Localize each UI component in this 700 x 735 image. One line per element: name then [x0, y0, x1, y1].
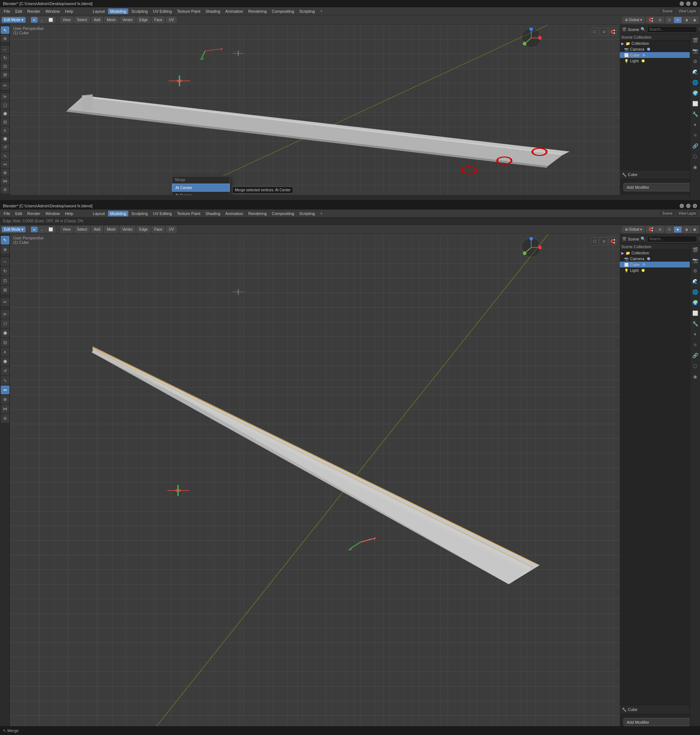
- camera-item-bot[interactable]: 📷 Camera 👁: [620, 256, 700, 262]
- collection-item-top[interactable]: ▶ 📁 Collection 👁: [620, 40, 700, 46]
- vertex-select[interactable]: ●: [31, 17, 38, 23]
- tab-sculpting-top[interactable]: Sculpting: [129, 8, 150, 14]
- vertex-menu-bot[interactable]: Vertex: [119, 226, 135, 232]
- tab-rendering-bot[interactable]: Rendering: [246, 211, 269, 216]
- tab-compositing-top[interactable]: Compositing: [270, 8, 296, 14]
- tool-cursor[interactable]: ⊕: [1, 35, 9, 42]
- scene-selector-top[interactable]: Scene: [660, 8, 675, 14]
- scene-selector-bot[interactable]: Scene: [660, 211, 675, 216]
- data-props-btn-bot[interactable]: ⬡: [690, 361, 700, 371]
- face-menu-bot[interactable]: Face: [151, 226, 165, 232]
- scene-props-btn-bot[interactable]: 🎬: [690, 245, 700, 255]
- tool-scale-bot[interactable]: ⊡: [1, 276, 9, 285]
- menu-edit[interactable]: Edit: [13, 8, 24, 14]
- snap-btn-bot[interactable]: 🧲: [609, 237, 617, 245]
- constraint-props-btn-top[interactable]: 🔗: [690, 141, 700, 151]
- data-props-btn-top[interactable]: ⬡: [690, 151, 700, 161]
- tool-loop-cut[interactable]: ⊟: [1, 118, 9, 126]
- wire-shade[interactable]: ⊡: [665, 17, 674, 23]
- material-shade-bot[interactable]: ◑: [682, 226, 690, 233]
- tab-rendering-top[interactable]: Rendering: [246, 8, 269, 14]
- viewlayer-selector-bot[interactable]: View Layer: [676, 211, 699, 216]
- constraint-props-btn-bot[interactable]: 🔗: [690, 350, 700, 360]
- magnet-btn-bot[interactable]: 🧲: [646, 226, 656, 232]
- tab-animation-bot[interactable]: Animation: [223, 211, 246, 216]
- tab-sculpting-bot[interactable]: Sculpting: [129, 211, 150, 216]
- outliner-search-bot[interactable]: [647, 236, 697, 242]
- viewlayer-selector-top[interactable]: View Layer: [676, 8, 699, 14]
- add-modifier-btn-top[interactable]: Add Modifier ▾: [624, 183, 696, 191]
- bottom-close-btn[interactable]: ✕: [693, 204, 697, 208]
- menu-window[interactable]: Window: [43, 8, 62, 14]
- overlay-btn[interactable]: ⬡: [591, 28, 599, 36]
- tool-move[interactable]: ↔: [1, 45, 9, 53]
- vertex-menu-top[interactable]: Vertex: [119, 17, 135, 23]
- tool-loop-cut-bot[interactable]: ⊟: [1, 338, 9, 347]
- tool-shrink[interactable]: ⊗: [1, 169, 9, 176]
- filter-icon-bot[interactable]: ▽: [699, 237, 700, 241]
- menu-file[interactable]: File: [1, 8, 12, 14]
- filter-icon-top[interactable]: ▽: [699, 27, 700, 31]
- bottom-3d-viewport[interactable]: User Perspective (1) Cube: [10, 234, 620, 730]
- cube-item-bot[interactable]: ⬜ Cube 👁: [620, 262, 700, 267]
- snap-btn[interactable]: 🧲: [609, 28, 617, 36]
- tab-add-top[interactable]: +: [318, 8, 325, 15]
- view-menu-bot[interactable]: View: [60, 226, 73, 232]
- bottom-maximize-btn[interactable]: □: [686, 204, 691, 208]
- outliner-search-top[interactable]: [647, 26, 697, 33]
- tab-modeling-top[interactable]: Modeling: [108, 8, 129, 14]
- tool-cursor-bot[interactable]: ⊕: [1, 245, 9, 254]
- tab-shading-top[interactable]: Shading: [203, 8, 222, 14]
- overlay-btn-bot[interactable]: ⬡: [591, 237, 599, 245]
- tool-annotate[interactable]: ✏: [1, 82, 9, 89]
- tab-layout-top[interactable]: Layout: [91, 8, 107, 14]
- add-menu-top[interactable]: Add: [91, 17, 103, 23]
- menu-render-bot[interactable]: Render: [25, 211, 43, 216]
- tool-smooth-bot[interactable]: ∿: [1, 376, 9, 385]
- tab-scripting-top[interactable]: Scripting: [297, 8, 317, 14]
- global-transform-bot[interactable]: ⊕ Global ▾: [622, 226, 644, 232]
- render-shade[interactable]: ◉: [691, 17, 699, 23]
- tool-annotate-bot[interactable]: ✏: [1, 298, 9, 307]
- tool-rip-bot[interactable]: ⊘: [1, 414, 9, 423]
- tool-edge-slide-bot[interactable]: ⇔: [1, 386, 9, 394]
- menu-edit-bot[interactable]: Edit: [13, 211, 24, 216]
- tab-layout-bot[interactable]: Layout: [91, 211, 107, 216]
- particle-props-btn-bot[interactable]: ✦: [690, 329, 700, 339]
- face-menu-top[interactable]: Face: [151, 17, 165, 23]
- add-menu-bot[interactable]: Add: [91, 226, 103, 232]
- tool-bevel[interactable]: ⬢: [1, 110, 9, 117]
- render-shade-bot[interactable]: ◉: [691, 226, 699, 233]
- tool-bevel-bot[interactable]: ⬢: [1, 329, 9, 337]
- tab-animation-top[interactable]: Animation: [223, 8, 246, 14]
- tab-add-bot[interactable]: +: [318, 210, 325, 217]
- material-props-btn-bot[interactable]: ◉: [690, 371, 700, 381]
- menu-render[interactable]: Render: [25, 8, 43, 14]
- tool-spin-bot[interactable]: ↺: [1, 367, 9, 376]
- physics-props-btn-top[interactable]: ⚛: [690, 130, 700, 140]
- tool-spin[interactable]: ↺: [1, 144, 9, 151]
- tool-poly-build[interactable]: ⬟: [1, 135, 9, 143]
- tool-shear-bot[interactable]: ⋈: [1, 405, 9, 413]
- tool-smooth[interactable]: ∿: [1, 152, 9, 160]
- tab-texture-top[interactable]: Texture Paint: [175, 8, 202, 14]
- tool-transform-bot[interactable]: ⊞: [1, 286, 9, 295]
- minimize-btn[interactable]: ─: [679, 1, 684, 6]
- tab-uv-top[interactable]: UV Editing: [151, 8, 174, 14]
- select-menu-bot[interactable]: Select: [74, 226, 90, 232]
- tool-inset[interactable]: ⬡: [1, 101, 9, 109]
- tool-extrude-bot[interactable]: ⊳: [1, 310, 9, 318]
- gizmo-btn[interactable]: ⊙: [600, 28, 608, 36]
- solid-shade-bot[interactable]: ●: [674, 226, 682, 233]
- world-props-btn-top[interactable]: 🌍: [690, 88, 700, 98]
- tool-shear[interactable]: ⋈: [1, 178, 9, 185]
- material-props-btn-top[interactable]: ◉: [690, 162, 700, 172]
- proportional-btn[interactable]: ⊙: [656, 17, 664, 23]
- output-props-btn-bot[interactable]: ⚙: [690, 266, 700, 276]
- tool-knife[interactable]: ∧: [1, 127, 9, 135]
- world-props-btn-bot[interactable]: 🌍: [690, 297, 700, 308]
- render-props-btn-bot[interactable]: 📷: [690, 255, 700, 265]
- global-transform[interactable]: ⊕ Global ▾: [622, 17, 644, 23]
- tool-move-bot[interactable]: ↔: [1, 257, 9, 266]
- uv-menu-bot[interactable]: UV: [166, 226, 176, 232]
